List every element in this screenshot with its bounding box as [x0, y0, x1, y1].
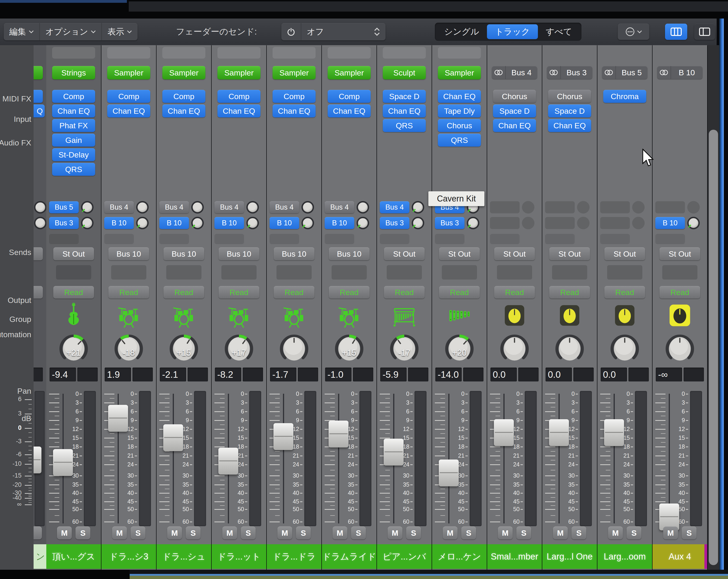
midi-fx-slot[interactable] — [438, 47, 481, 58]
solo-button[interactable]: S — [516, 526, 531, 539]
automation-read-button[interactable]: Read — [329, 286, 369, 299]
automation-read-button[interactable]: Read — [163, 286, 204, 299]
group-slot[interactable] — [497, 265, 532, 280]
track-name-cell[interactable]: Larg...oom — [597, 544, 652, 569]
audio-fx-slot[interactable]: St-Delay — [52, 148, 95, 161]
pan-knob[interactable]: +17 — [212, 331, 266, 366]
send-slot[interactable]: B 10 — [104, 217, 134, 229]
group-slot[interactable] — [277, 265, 312, 280]
fader-cap[interactable] — [439, 459, 459, 486]
midi-fx-slot[interactable] — [383, 47, 426, 58]
send-slot[interactable]: B 10 — [324, 217, 354, 229]
pan-knob[interactable] — [487, 331, 542, 366]
empty-send-slot-small[interactable] — [104, 234, 134, 244]
send-slot[interactable]: Bus 4 — [104, 201, 134, 213]
send-slot[interactable]: Bus 3 — [380, 217, 409, 229]
audio-fx-slot[interactable]: Space D — [548, 104, 591, 118]
empty-send-slot-small[interactable] — [214, 234, 244, 244]
midi-fx-slot[interactable] — [107, 47, 150, 58]
send-level-knob[interactable] — [302, 201, 314, 213]
audio-fx-slot[interactable]: Chan EQ — [493, 119, 536, 132]
pan-knob[interactable]: +15 — [322, 331, 376, 366]
fader-cap[interactable] — [53, 449, 73, 476]
fader-cap[interactable] — [494, 419, 514, 446]
view-mode-single[interactable]: シングル — [436, 24, 487, 39]
send-level-knob[interactable] — [136, 201, 149, 213]
mute-button[interactable]: M — [112, 526, 127, 539]
fader-cap[interactable] — [218, 448, 238, 475]
send-level-knob[interactable] — [136, 217, 149, 229]
solo-button[interactable]: S — [682, 526, 697, 539]
automation-read-button[interactable]: Read — [494, 286, 535, 299]
menu-edit[interactable]: 編集 — [4, 23, 40, 40]
mute-button[interactable]: M — [663, 526, 678, 539]
send-slot[interactable]: Bus 3 — [49, 217, 79, 229]
fader-cap[interactable] — [384, 439, 404, 465]
audio-fx-slot[interactable]: Space D — [383, 90, 426, 103]
output-button[interactable]: Bus 10 — [108, 247, 149, 260]
mute-button[interactable]: M — [333, 526, 347, 539]
send-slot[interactable]: B 10 — [269, 217, 299, 229]
audio-fx-slot[interactable]: Space D — [493, 104, 536, 118]
audio-fx-slot[interactable]: Comp — [162, 90, 205, 103]
send-level-knob[interactable] — [191, 217, 204, 229]
view-mode-all[interactable]: すべて — [538, 24, 580, 39]
channel-icon[interactable] — [212, 302, 266, 330]
output-button[interactable]: St Out — [439, 247, 480, 260]
mute-button[interactable]: M — [443, 526, 458, 539]
send-level-knob[interactable] — [687, 217, 700, 229]
output-button[interactable]: St Out — [494, 247, 535, 260]
send-slot[interactable]: Bus 4 — [380, 201, 409, 213]
db-value[interactable]: 0.0 — [601, 368, 627, 381]
empty-send-slot[interactable] — [545, 217, 575, 229]
channel-icon[interactable] — [542, 302, 597, 330]
audio-fx-slot[interactable]: Chan EQ — [272, 104, 316, 118]
channel-icon[interactable] — [322, 302, 376, 330]
send-level-knob[interactable] — [357, 201, 369, 213]
output-button[interactable]: St Out — [384, 247, 425, 260]
channel-icon[interactable] — [267, 302, 321, 330]
audio-fx-slot[interactable]: Comp — [217, 90, 260, 103]
fader-cap[interactable] — [163, 424, 183, 451]
audio-fx-slot[interactable]: Chroma — [603, 90, 646, 103]
solo-button[interactable]: S — [627, 526, 642, 539]
instrument-input-button[interactable]: Sampler — [438, 66, 481, 79]
db-value[interactable]: 0.0 — [490, 368, 517, 381]
pan-knob[interactable]: +15 — [157, 331, 211, 366]
channel-icon[interactable] — [597, 302, 652, 330]
db-value[interactable]: -5.9 — [380, 368, 407, 381]
group-slot[interactable] — [56, 265, 91, 280]
empty-send-slot-small[interactable] — [655, 234, 685, 244]
empty-send-slot-small[interactable] — [324, 234, 354, 244]
track-name-cell[interactable]: ドラ...シュ — [157, 544, 211, 569]
empty-send-slot-small[interactable] — [159, 234, 189, 244]
output-button[interactable]: St Out — [53, 247, 94, 260]
db-value[interactable]: -9.4 — [50, 368, 76, 381]
pan-knob[interactable] — [267, 331, 321, 366]
empty-send-slot-small[interactable] — [435, 234, 465, 244]
solo-button[interactable]: S — [296, 526, 311, 539]
audio-fx-slot[interactable]: QRS — [52, 163, 95, 176]
menu-options[interactable]: オプション — [40, 23, 102, 40]
scrollbar-thumb[interactable] — [709, 130, 718, 565]
db-value[interactable]: -∞ — [656, 368, 682, 381]
instrument-input-button[interactable]: Sampler — [162, 66, 205, 79]
track-name-cell[interactable]: Larg...l One — [542, 544, 597, 569]
instrument-input-button[interactable]: Sampler — [272, 66, 316, 79]
automation-read-button[interactable]: Read — [439, 286, 480, 299]
track-name-cell[interactable]: メロ...ケン — [432, 544, 487, 569]
instrument-input-button[interactable]: Sampler — [217, 66, 260, 79]
output-button[interactable]: Bus 10 — [218, 247, 259, 260]
pan-knob[interactable]: -17 — [377, 331, 432, 366]
audio-fx-slot[interactable]: Comp — [52, 90, 95, 103]
send-level-knob[interactable] — [191, 201, 204, 213]
audio-fx-slot[interactable]: Chan EQ — [548, 119, 591, 132]
send-slot[interactable]: Bus 5 — [49, 201, 79, 213]
audio-fx-slot[interactable]: Gain — [52, 134, 95, 147]
empty-send-slot[interactable] — [600, 217, 630, 229]
mute-button[interactable]: M — [222, 526, 237, 539]
fader-cap[interactable] — [274, 423, 293, 450]
audio-fx-slot[interactable]: Chan EQ — [438, 90, 481, 103]
track-name-cell[interactable]: Aux 4 — [652, 544, 707, 569]
send-level-knob[interactable] — [81, 201, 94, 213]
